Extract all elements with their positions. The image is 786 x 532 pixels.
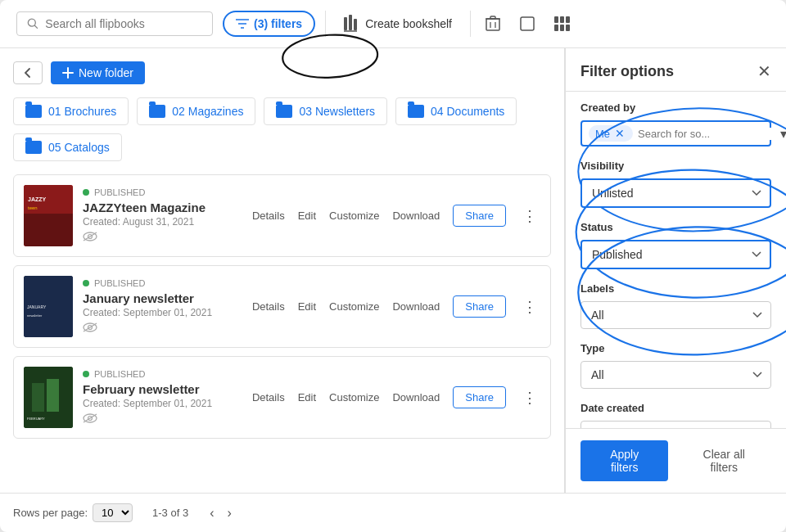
share-button[interactable]: Share [453,386,506,408]
main-window: (3) filters Create bookshelf [0,0,786,532]
main-content: New folder 01 Brochures 02 Magazines 03 … [0,48,786,493]
next-page-button[interactable]: › [222,504,236,522]
table-row: JAZZY teen PUBLISHED JAZZYteen Magazine … [13,174,551,257]
published-dot [83,280,89,286]
date-created-label: Date created [580,402,771,414]
folder-documents[interactable]: 04 Documents [395,97,517,125]
plus-icon [62,67,74,79]
svg-rect-17 [560,16,564,23]
book-actions: Details Edit Customize Download Share ⋮ [252,295,540,319]
more-options-button[interactable]: ⋮ [519,204,540,228]
folder-icon [149,105,165,118]
new-folder-button[interactable]: New folder [51,61,145,84]
download-link[interactable]: Download [392,391,440,404]
folder-magazines[interactable]: 02 Magazines [137,97,255,125]
svg-rect-19 [554,25,558,31]
date-created-select[interactable]: Any time Today This week This month [580,421,771,428]
folder-newsletters[interactable]: 03 Newsletters [264,97,387,125]
search-box[interactable] [16,11,213,36]
svg-text:teen: teen [28,205,38,210]
filters-button[interactable]: (3) filters [223,11,315,37]
book-date: Created: August 31, 2021 [83,216,242,228]
download-link[interactable]: Download [392,300,440,313]
customize-link[interactable]: Customize [329,210,379,222]
created-by-search-input[interactable] [638,128,775,140]
created-by-field[interactable]: Me ✕ ▾ [580,120,771,147]
svg-text:JANUARY: JANUARY [27,304,47,309]
clear-filters-button[interactable]: Clear all filters [676,440,771,481]
details-link[interactable]: Details [252,391,285,404]
book-status: PUBLISHED [83,278,242,288]
status-select[interactable]: Published All Draft Scheduled [580,240,771,269]
more-options-button[interactable]: ⋮ [519,385,540,410]
svg-rect-16 [554,16,558,23]
details-link[interactable]: Details [252,210,285,222]
create-bookshelf-button[interactable]: Create bookshelf [336,10,460,38]
filter-close-button[interactable]: ✕ [757,61,771,81]
labels-label: Labels [580,282,771,295]
share-button[interactable]: Share [453,295,506,318]
thumb-cover: FEBRUARY [24,367,73,428]
more-options-button[interactable]: ⋮ [519,295,540,319]
svg-rect-18 [566,16,570,23]
new-folder-label: New folder [79,66,133,79]
edit-link[interactable]: Edit [298,210,316,222]
folder-icon [25,105,42,118]
header-bar: (3) filters Create bookshelf [0,0,786,48]
book-info: PUBLISHED January newsletter Created: Se… [83,278,242,335]
book-date: Created: September 01, 2021 [83,398,242,409]
book-thumbnail: FEBRUARY [24,367,73,428]
folder-brochures[interactable]: 01 Brochures [13,97,129,125]
trash-icon [486,16,500,32]
rows-select[interactable]: 10 25 50 [93,503,133,522]
grid-view-button[interactable] [549,11,576,36]
view-toggle-button[interactable] [515,11,540,36]
book-info: PUBLISHED February newsletter Created: S… [83,369,242,426]
type-select[interactable]: All [580,361,771,389]
apply-filters-button[interactable]: Apply filters [580,440,668,481]
labels-section: Labels All [580,282,771,329]
svg-rect-20 [560,25,564,31]
bookshelf-icon [344,15,360,33]
status-label: Status [580,221,771,233]
book-actions: Details Edit Customize Download Share ⋮ [252,204,540,228]
visibility-select[interactable]: Unlisted All Public Private [580,178,771,208]
details-link[interactable]: Details [252,300,285,313]
search-input[interactable] [45,17,202,30]
prev-page-button[interactable]: ‹ [205,504,219,522]
left-panel: New folder 01 Brochures 02 Magazines 03 … [0,48,565,493]
published-label: PUBLISHED [94,187,145,197]
edit-link[interactable]: Edit [298,300,316,313]
svg-rect-7 [349,15,352,30]
create-bookshelf-label: Create bookshelf [365,17,452,30]
svg-text:newsletter: newsletter [27,313,43,318]
back-button[interactable] [13,61,43,84]
tag-remove-button[interactable]: ✕ [613,127,626,140]
svg-rect-6 [344,17,347,30]
book-title: January newsletter [83,291,242,305]
folder-catalogs[interactable]: 05 Catalogs [13,133,122,161]
thumb-cover: JAZZY teen [24,185,73,246]
svg-text:FEBRUARY: FEBRUARY [27,417,45,421]
svg-rect-10 [486,19,499,30]
status-section: Status Published All Draft Scheduled [580,221,771,269]
visibility-label: Visibility [580,160,771,172]
visibility-icon [83,322,242,335]
filter-body: Created by Me ✕ ▾ [566,92,786,428]
table-row: JANUARY newsletter PUBLISHED January new… [13,265,551,348]
customize-link[interactable]: Customize [329,300,379,313]
dropdown-arrow-icon[interactable]: ▾ [780,126,786,142]
filter-footer: Apply filters Clear all filters [566,428,786,493]
book-status: PUBLISHED [83,187,242,197]
rows-label: Rows per page: [13,507,88,519]
share-button[interactable]: Share [453,205,506,227]
labels-select[interactable]: All [580,301,771,329]
page-info: 1-3 of 3 [152,507,188,519]
back-arrow-icon [22,67,34,79]
filter-panel: Filter options ✕ Created by Me ✕ [565,48,786,493]
folders-grid: 01 Brochures 02 Magazines 03 Newsletters… [13,97,551,161]
download-link[interactable]: Download [392,210,440,222]
edit-link[interactable]: Edit [298,391,316,404]
customize-link[interactable]: Customize [329,391,379,404]
delete-button[interactable] [481,11,505,37]
